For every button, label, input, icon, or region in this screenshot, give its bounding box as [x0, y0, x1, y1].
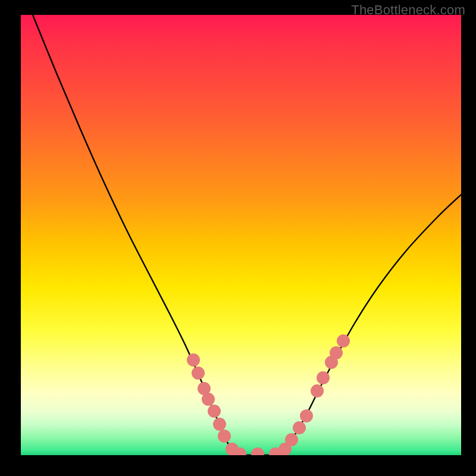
data-dot — [330, 346, 343, 359]
data-dot — [293, 421, 306, 434]
outer-frame: TheBottleneck.com — [0, 0, 476, 476]
data-dot — [213, 418, 226, 431]
data-dot — [317, 371, 330, 384]
data-dot — [187, 353, 200, 367]
data-dot — [251, 447, 264, 455]
data-dot — [202, 393, 215, 406]
data-dot — [208, 405, 221, 418]
data-dot — [311, 384, 324, 397]
chart-svg — [21, 15, 461, 455]
plot-area — [21, 15, 461, 455]
data-dot — [192, 367, 205, 380]
data-dot — [218, 430, 231, 443]
data-dot — [300, 409, 313, 422]
data-dot — [337, 334, 350, 347]
data-dot — [285, 433, 298, 446]
